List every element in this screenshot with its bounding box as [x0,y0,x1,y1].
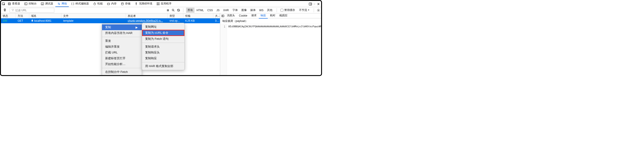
memory-icon [107,2,110,6]
filter-type-xhr[interactable]: XHR [222,8,230,13]
col-header-file[interactable]: 文件 [62,14,126,18]
tab-label: 调试器 [45,2,53,6]
settings-gear-icon[interactable] [317,9,320,12]
tab-label: 网络 [62,2,67,6]
ctx-edit-resend[interactable]: 编辑并重发 [102,44,142,50]
tab-label: 查看器 [12,2,20,6]
ctx-copy-as-curl[interactable]: 复制为 cURL 命令 [142,30,184,36]
svg-rect-13 [309,3,312,5]
svg-rect-22 [32,20,33,22]
tab-storage[interactable]: 存储 [119,1,132,7]
status-code: 200 [3,19,7,22]
col-header-method[interactable]: 方法 [16,14,29,18]
svg-point-14 [314,4,314,4]
request-method: GET [16,19,29,23]
ctx-copy-as-fetch[interactable]: 复制为 Fetch 语句 [142,36,184,42]
tab-style-editor[interactable]: 样式编辑器 [69,1,91,7]
request-domain: localhost:8081 [34,19,51,22]
ctx-copy-req-headers[interactable]: 复制请求头 [142,44,184,50]
filter-type-html[interactable]: HTML [195,8,206,13]
tab-response[interactable]: 响应 [259,14,268,19]
ctx-copy-response[interactable]: 复制响应 [142,55,184,61]
filter-type-fonts[interactable]: 字体 [231,8,240,13]
tab-headers[interactable]: 消息头 [225,14,237,19]
tab-debugger[interactable]: 调试器 [39,1,55,7]
ctx-label: 复制为 cURL 命令 [145,31,168,35]
block-icon[interactable] [177,9,180,12]
svg-point-8 [136,3,137,3]
tab-memory[interactable]: 内存 [105,1,118,7]
context-menu: 复制 ▶ 所有内容另存为 HAR 重发 编辑并重发 拦截 URL 新建标签页打开… [102,23,142,75]
tab-label: 无障碍环境 [139,2,152,6]
filter-type-all[interactable]: 所有 [186,8,194,13]
payload-text[interactable]: UEsDBBQACAgIAC6GfFQAAAAAAAAAAAAAAALAAAAX… [227,24,321,75]
disable-cache-checkbox[interactable]: 禁用缓存 [280,8,296,12]
ctx-copy-all-har[interactable]: 用 HAR 格式复制全部 [142,63,184,69]
tab-label: 内存 [111,2,116,6]
tab-accessibility[interactable]: 无障碍环境 [133,1,154,7]
pause-icon[interactable] [166,9,170,12]
col-header-status[interactable]: 状态 [1,14,16,18]
request-row[interactable]: 200 GET localhost:8081 template chunk-ve… [1,18,220,23]
filter-type-media[interactable]: 媒体 [249,8,257,13]
svg-point-7 [122,3,124,3]
request-file: template [62,19,126,23]
svg-rect-12 [158,4,160,5]
funnel-icon [11,9,14,12]
ctx-label: 在控制台中 Fetch [105,70,128,74]
svg-rect-10 [158,3,160,3]
tab-performance[interactable]: 性能 [91,1,104,7]
ctx-start-perf[interactable]: 开始性能分析… [102,61,142,67]
filter-wrapper [10,8,54,13]
ctx-label: 新建标签页打开 [105,56,126,60]
ctx-label: 复制响应头 [145,51,160,55]
main-content: 状态 方法 域名 文件 发起者 类型 传输 大小 200 GET localho… [1,14,321,75]
ctx-copy-url[interactable]: 复制网址 [142,24,184,30]
tab-label: 存储 [125,2,130,6]
toggle-raw-icon[interactable] [221,14,225,18]
tab-request[interactable]: 请求 [250,14,258,19]
throttle-select[interactable]: 不节流 [298,8,311,13]
tab-network[interactable]: 网络 [56,1,69,7]
ctx-copy-res-headers[interactable]: 复制响应头 [142,50,184,55]
pick-element-icon[interactable] [2,2,5,6]
tab-inspector[interactable]: 查看器 [6,1,22,7]
disable-cache-input[interactable] [280,9,283,12]
inspector-icon [8,2,11,6]
tab-cookies[interactable]: Cookie [237,14,249,18]
search-icon[interactable] [172,9,175,12]
tab-application[interactable]: 应用程序 [154,1,173,7]
col-header-type[interactable]: 类型 [168,14,183,18]
more-icon[interactable] [312,2,316,6]
tab-stack-trace[interactable]: 栈跟踪 [278,14,289,19]
ctx-save-har[interactable]: 所有内容另存为 HAR [102,30,142,36]
ctx-resend[interactable]: 重发 [102,38,142,44]
clear-button[interactable] [2,7,8,13]
ctx-use-console[interactable]: 在控制台中 Fetch [102,69,142,75]
details-panel: 消息头 Cookie 请求 响应 耗时 栈跟踪 响应载荷（payload） 1 … [220,14,321,75]
col-header-domain[interactable]: 域名 [29,14,62,18]
svg-rect-17 [167,9,168,11]
tab-timings[interactable]: 耗时 [268,14,277,19]
filter-type-css[interactable]: CSS [206,8,214,13]
filter-type-ws[interactable]: WS [258,8,265,13]
close-icon[interactable] [317,2,320,6]
ctx-open-new-tab[interactable]: 新建标签页打开 [102,55,142,61]
tab-console[interactable]: 控制台 [22,1,38,7]
request-transfer: 4.25 KB [183,19,213,23]
ctx-label: 复制请求头 [145,45,160,49]
filter-type-images[interactable]: 图像 [240,8,248,13]
col-header-initiator[interactable]: 发起者 [126,14,168,18]
filter-url-input[interactable] [15,9,53,12]
filter-type-js[interactable]: JS [215,8,221,13]
ctx-copy[interactable]: 复制 ▶ [102,24,142,30]
col-header-size[interactable]: 大小 [213,14,220,18]
col-header-transfer[interactable]: 传输 [183,14,213,18]
tab-label: 性能 [97,2,103,6]
ctx-block-url[interactable]: 拦截 URL [102,50,142,55]
dock-side-icon[interactable] [308,2,312,6]
filter-type-other[interactable]: 其他 [266,8,274,13]
svg-rect-11 [157,4,158,5]
ctx-label: 开始性能分析… [105,62,126,66]
ctx-label: 所有内容另存为 HAR [105,31,132,35]
